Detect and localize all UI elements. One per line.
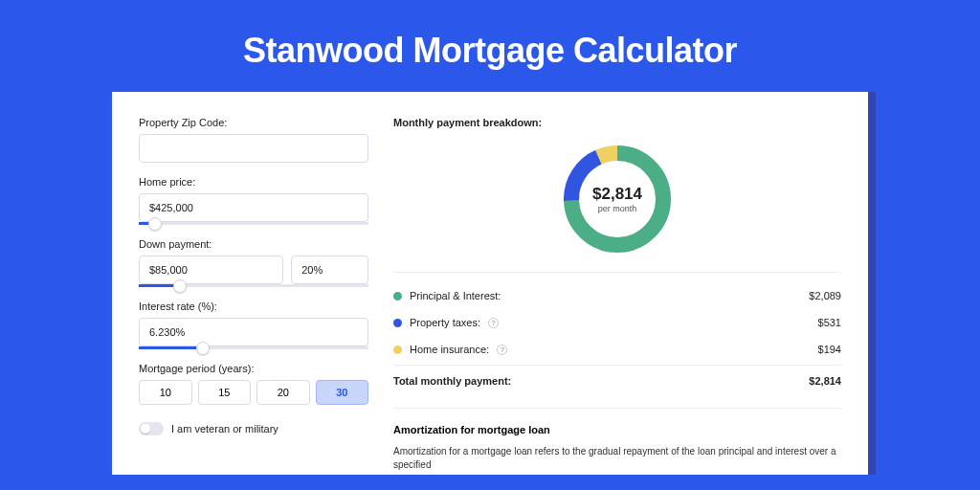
- breakdown-column: Monthly payment breakdown: $2,814 per mo…: [393, 117, 841, 475]
- calculator-panel: Property Zip Code: Home price: Down paym…: [112, 92, 868, 475]
- line-item-taxes: Property taxes: ? $531: [393, 309, 841, 336]
- period-option-20[interactable]: 20: [256, 380, 310, 405]
- line-item-total: Total monthly payment: $2,814: [393, 365, 841, 394]
- veteran-toggle[interactable]: [139, 422, 164, 435]
- line-label: Home insurance:: [410, 344, 489, 355]
- breakdown-title: Monthly payment breakdown:: [393, 117, 841, 128]
- line-item-principal: Principal & Interest: $2,089: [393, 282, 841, 309]
- interest-slider[interactable]: [139, 346, 368, 349]
- line-value: $194: [818, 344, 841, 355]
- home-price-slider[interactable]: [139, 222, 368, 225]
- interest-group: Interest rate (%):: [139, 301, 368, 349]
- veteran-row: I am veteran or military: [139, 422, 368, 435]
- period-options: 10 15 20 30: [139, 380, 368, 405]
- zip-input[interactable]: [139, 134, 368, 163]
- dot-icon: [393, 319, 402, 327]
- down-payment-slider[interactable]: [139, 284, 368, 287]
- period-label: Mortgage period (years):: [139, 363, 368, 374]
- period-option-10[interactable]: 10: [139, 380, 192, 405]
- home-price-input[interactable]: [139, 193, 368, 222]
- down-payment-group: Down payment:: [139, 238, 368, 287]
- line-label: Principal & Interest:: [410, 290, 501, 301]
- down-payment-amount-input[interactable]: [139, 256, 283, 284]
- info-icon[interactable]: ?: [497, 345, 507, 355]
- donut-chart: $2,814 per month: [393, 140, 841, 258]
- donut-center: $2,814 per month: [558, 140, 677, 258]
- down-payment-label: Down payment:: [139, 238, 368, 250]
- period-option-15[interactable]: 15: [198, 380, 252, 405]
- total-value: $2,814: [809, 375, 841, 387]
- slider-thumb[interactable]: [173, 279, 187, 293]
- divider: [393, 272, 841, 273]
- period-group: Mortgage period (years): 10 15 20 30: [139, 363, 368, 405]
- zip-group: Property Zip Code:: [139, 117, 368, 163]
- line-value: $531: [818, 317, 841, 328]
- info-icon[interactable]: ?: [488, 318, 499, 328]
- dot-icon: [393, 292, 402, 301]
- home-price-group: Home price:: [139, 176, 368, 225]
- total-label: Total monthly payment:: [393, 375, 511, 387]
- page-title: Stanwood Mortgage Calculator: [0, 0, 980, 92]
- zip-label: Property Zip Code:: [139, 117, 368, 128]
- line-item-insurance: Home insurance: ? $194: [393, 336, 841, 363]
- amortization-block: Amortization for mortgage loan Amortizat…: [393, 408, 841, 472]
- slider-thumb[interactable]: [148, 217, 162, 231]
- amortization-text: Amortization for a mortgage loan refers …: [393, 445, 841, 472]
- inputs-column: Property Zip Code: Home price: Down paym…: [139, 117, 368, 475]
- amortization-title: Amortization for mortgage loan: [393, 424, 841, 435]
- donut-total: $2,814: [592, 185, 642, 204]
- interest-input[interactable]: [139, 318, 368, 346]
- line-label: Property taxes:: [410, 317, 480, 328]
- veteran-label: I am veteran or military: [171, 423, 278, 434]
- home-price-label: Home price:: [139, 176, 368, 188]
- down-payment-pct-input[interactable]: [291, 256, 368, 284]
- interest-label: Interest rate (%):: [139, 301, 368, 312]
- dot-icon: [393, 345, 402, 354]
- period-option-30[interactable]: 30: [316, 380, 369, 405]
- line-value: $2,089: [809, 290, 841, 301]
- donut-sub: per month: [598, 204, 637, 213]
- slider-thumb[interactable]: [196, 342, 210, 355]
